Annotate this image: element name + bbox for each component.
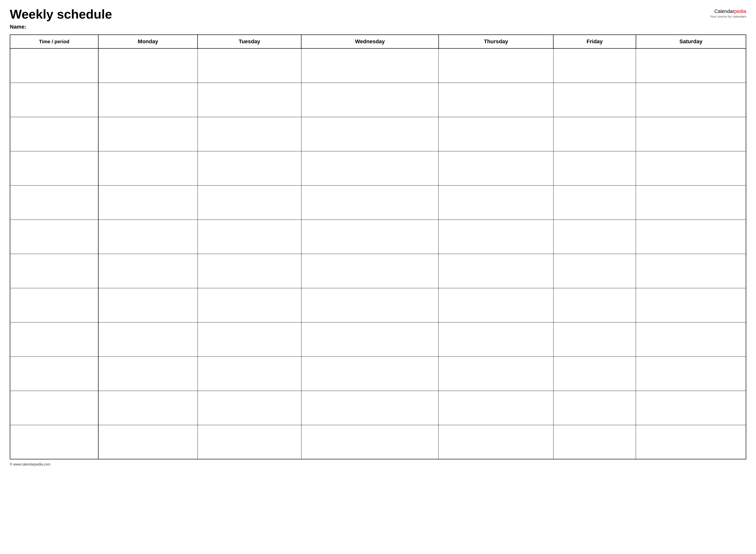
day-cell[interactable] xyxy=(553,254,636,288)
day-cell[interactable] xyxy=(98,185,198,220)
day-cell[interactable] xyxy=(439,220,553,254)
day-cell[interactable] xyxy=(198,391,301,425)
time-cell[interactable] xyxy=(10,48,98,82)
time-cell[interactable] xyxy=(10,254,98,288)
day-cell[interactable] xyxy=(301,82,438,117)
day-cell[interactable] xyxy=(553,48,636,82)
day-cell[interactable] xyxy=(439,254,553,288)
day-cell[interactable] xyxy=(198,254,301,288)
day-cell[interactable] xyxy=(198,322,301,356)
day-cell[interactable] xyxy=(439,288,553,322)
day-cell[interactable] xyxy=(98,322,198,356)
day-cell[interactable] xyxy=(439,391,553,425)
table-row xyxy=(10,151,746,185)
day-cell[interactable] xyxy=(553,356,636,391)
table-row xyxy=(10,185,746,220)
day-cell[interactable] xyxy=(636,288,746,322)
day-cell[interactable] xyxy=(439,117,553,151)
day-cell[interactable] xyxy=(439,151,553,185)
day-cell[interactable] xyxy=(636,82,746,117)
day-cell[interactable] xyxy=(553,220,636,254)
time-cell[interactable] xyxy=(10,117,98,151)
day-cell[interactable] xyxy=(301,220,438,254)
day-cell[interactable] xyxy=(553,185,636,220)
col-wednesday: Wednesday xyxy=(301,35,438,48)
day-cell[interactable] xyxy=(636,322,746,356)
time-cell[interactable] xyxy=(10,425,98,459)
day-cell[interactable] xyxy=(301,391,438,425)
table-row xyxy=(10,288,746,322)
day-cell[interactable] xyxy=(198,185,301,220)
day-cell[interactable] xyxy=(301,356,438,391)
day-cell[interactable] xyxy=(636,117,746,151)
day-cell[interactable] xyxy=(98,254,198,288)
day-cell[interactable] xyxy=(439,82,553,117)
day-cell[interactable] xyxy=(553,322,636,356)
schedule-body xyxy=(10,48,746,459)
time-cell[interactable] xyxy=(10,220,98,254)
day-cell[interactable] xyxy=(636,425,746,459)
day-cell[interactable] xyxy=(98,117,198,151)
day-cell[interactable] xyxy=(301,288,438,322)
day-cell[interactable] xyxy=(439,425,553,459)
day-cell[interactable] xyxy=(636,220,746,254)
table-row xyxy=(10,48,746,82)
header-row: Time / period Monday Tuesday Wednesday T… xyxy=(10,35,746,48)
day-cell[interactable] xyxy=(301,48,438,82)
day-cell[interactable] xyxy=(98,151,198,185)
day-cell[interactable] xyxy=(98,220,198,254)
day-cell[interactable] xyxy=(301,254,438,288)
table-row xyxy=(10,117,746,151)
day-cell[interactable] xyxy=(439,48,553,82)
day-cell[interactable] xyxy=(301,151,438,185)
day-cell[interactable] xyxy=(98,48,198,82)
time-cell[interactable] xyxy=(10,82,98,117)
day-cell[interactable] xyxy=(439,356,553,391)
table-row xyxy=(10,425,746,459)
day-cell[interactable] xyxy=(98,288,198,322)
day-cell[interactable] xyxy=(198,356,301,391)
col-thursday: Thursday xyxy=(439,35,553,48)
day-cell[interactable] xyxy=(553,82,636,117)
time-cell[interactable] xyxy=(10,391,98,425)
day-cell[interactable] xyxy=(198,425,301,459)
logo-pedia: pedia xyxy=(734,9,746,14)
day-cell[interactable] xyxy=(439,185,553,220)
day-cell[interactable] xyxy=(553,151,636,185)
day-cell[interactable] xyxy=(636,185,746,220)
day-cell[interactable] xyxy=(198,117,301,151)
day-cell[interactable] xyxy=(198,220,301,254)
day-cell[interactable] xyxy=(198,288,301,322)
day-cell[interactable] xyxy=(198,82,301,117)
logo-calendar: Calendar xyxy=(714,9,734,14)
day-cell[interactable] xyxy=(301,322,438,356)
day-cell[interactable] xyxy=(301,425,438,459)
day-cell[interactable] xyxy=(553,425,636,459)
table-row xyxy=(10,322,746,356)
time-cell[interactable] xyxy=(10,322,98,356)
col-time: Time / period xyxy=(10,35,98,48)
day-cell[interactable] xyxy=(553,391,636,425)
day-cell[interactable] xyxy=(98,391,198,425)
time-cell[interactable] xyxy=(10,185,98,220)
day-cell[interactable] xyxy=(98,356,198,391)
day-cell[interactable] xyxy=(98,425,198,459)
day-cell[interactable] xyxy=(98,82,198,117)
day-cell[interactable] xyxy=(553,117,636,151)
table-row xyxy=(10,391,746,425)
day-cell[interactable] xyxy=(636,48,746,82)
time-cell[interactable] xyxy=(10,151,98,185)
day-cell[interactable] xyxy=(636,254,746,288)
day-cell[interactable] xyxy=(198,151,301,185)
time-cell[interactable] xyxy=(10,356,98,391)
day-cell[interactable] xyxy=(301,117,438,151)
day-cell[interactable] xyxy=(439,322,553,356)
day-cell[interactable] xyxy=(553,288,636,322)
day-cell[interactable] xyxy=(198,48,301,82)
day-cell[interactable] xyxy=(636,391,746,425)
schedule-table: Time / period Monday Tuesday Wednesday T… xyxy=(10,35,746,459)
day-cell[interactable] xyxy=(636,151,746,185)
day-cell[interactable] xyxy=(301,185,438,220)
time-cell[interactable] xyxy=(10,288,98,322)
day-cell[interactable] xyxy=(636,356,746,391)
